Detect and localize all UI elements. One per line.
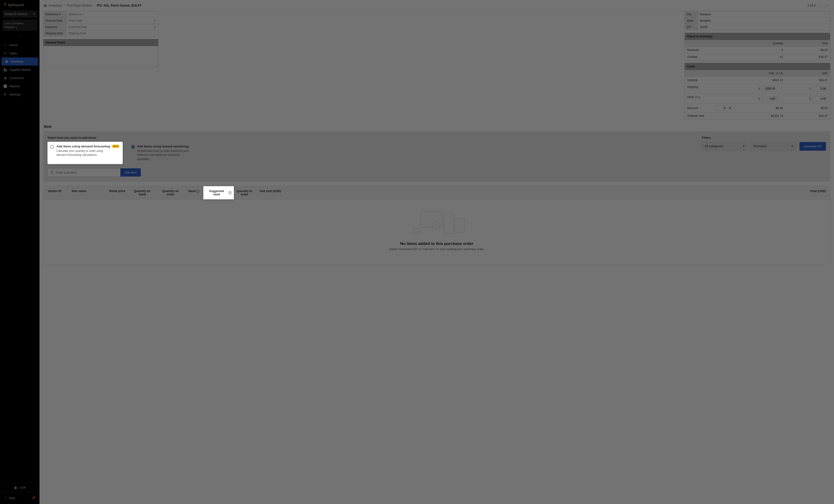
breadcrumb-purchase-orders[interactable]: Purchase Orders	[67, 3, 92, 7]
ordered-label: Ordered	[685, 53, 733, 60]
checkin-summary: Check In Summary QuantityTotal Received0…	[684, 33, 830, 60]
user-icon: ◉	[3, 76, 7, 80]
address-table: CityBangkok StateBangkok ZIP10260	[684, 11, 830, 30]
nav-home[interactable]: ⌂Home	[0, 41, 40, 49]
calendar-icon[interactable]: 🗓	[153, 25, 156, 29]
col-total: Total (USD)	[286, 186, 830, 199]
add-item-button[interactable]: Add item	[120, 168, 141, 177]
city-value: Bangkok	[698, 11, 830, 17]
retail-selector[interactable]: Retail (R-Series) ▾	[2, 10, 37, 18]
product-search-input[interactable]	[56, 171, 118, 174]
expected-date-input[interactable]	[68, 25, 156, 29]
store-register-block[interactable]: Lee's Dumpling Register 1	[2, 20, 37, 31]
main-content: ▣ Inventory › Purchase Orders › PO: #21,…	[40, 0, 834, 504]
reference-input[interactable]	[68, 13, 156, 16]
nav-settings[interactable]: ⚙Settings	[0, 90, 40, 98]
ordered-total-thb: ฿1501.74	[733, 113, 785, 119]
dollar-symbol: $	[807, 87, 811, 90]
shipping-thb-input[interactable]	[762, 86, 777, 91]
forecast-desc: Calculate your quantity to order using d…	[57, 149, 108, 157]
discount-usd: $0.00	[785, 105, 830, 111]
pager-text: 1 of 2	[808, 3, 816, 7]
discount-label: Discount	[687, 107, 698, 110]
baht-symbol: ฿	[756, 87, 760, 90]
shipping-note-input[interactable]	[68, 32, 156, 35]
costs-header: Costs	[685, 63, 830, 70]
nav-sales[interactable]: 🏷Sales	[0, 49, 40, 57]
qty-header: Quantity	[733, 40, 785, 47]
pager-prev[interactable]: ‹	[817, 3, 823, 8]
breadcrumb-separator: ›	[94, 3, 95, 7]
radio-manual-reordering[interactable]: Add items using manual reordering Decide…	[128, 142, 192, 164]
select-method-label: Select how you want to add items	[47, 136, 192, 139]
discount-value-input[interactable]	[716, 106, 727, 111]
baht-symbol: ฿	[756, 97, 760, 101]
pager-next[interactable]: ›	[825, 3, 830, 8]
plus-icon: +	[432, 222, 440, 230]
city-label: City	[685, 11, 698, 17]
manual-desc: Decide how much to order based on your m…	[137, 149, 189, 161]
state-value: Bangkok	[698, 18, 830, 24]
breadcrumb-inventory[interactable]: Inventory	[49, 3, 62, 7]
forecast-title: Add items using demand forecasting	[57, 145, 110, 148]
breadcrumb: ▣ Inventory › Purchase Orders › PO: #21,…	[40, 0, 834, 11]
add-items-panel: Select how you want to add items Add ite…	[43, 131, 830, 182]
radio-icon	[50, 145, 54, 149]
lock-button[interactable]: 🔒Lock	[2, 483, 37, 492]
storefront-icon: 🏪	[3, 68, 7, 71]
help-button[interactable]: ?Help	[1, 494, 29, 503]
zip-label: ZIP	[685, 24, 698, 30]
col-retail-price: Retail price	[107, 186, 128, 199]
sidebar-expand-toggle[interactable]: ⌄	[0, 32, 40, 38]
caret-down-icon: ▾	[743, 144, 745, 148]
chart-icon: 📈	[3, 84, 7, 88]
po-fields-table: Reference # Ordered Date 🗓 Expected 🗓	[43, 11, 158, 37]
costs-summary: Costs THB (0.33)USD Subtotal฿501.74$16.4…	[684, 63, 830, 119]
pin-button[interactable]: 📌	[29, 494, 38, 503]
new-badge: NEW	[111, 145, 119, 148]
nav-customers[interactable]: ◉Customers	[0, 74, 40, 82]
breadcrumb-separator: ›	[64, 3, 65, 7]
subtotal-thb: ฿501.74	[733, 77, 785, 84]
shipping-note-label: Shipping Note	[43, 30, 67, 37]
help-icon[interactable]: ?	[196, 190, 200, 193]
reference-label: Reference #	[43, 11, 67, 17]
received-label: Received	[685, 47, 733, 53]
radio-demand-forecasting[interactable]: Add items using demand forecastingNEW Ca…	[47, 142, 123, 164]
checkin-header: Check In Summary	[685, 33, 830, 40]
col-item-name: Item name	[69, 186, 107, 199]
nav-supplier-market[interactable]: 🏪Supplier Market	[0, 66, 40, 74]
other-thb-input[interactable]	[762, 96, 777, 101]
other-usd-input[interactable]	[812, 96, 828, 101]
empty-subtitle: Select "Generate PO" or "Add item" to st…	[48, 247, 825, 251]
generate-po-button[interactable]: Generate PO	[799, 142, 826, 151]
category-dropdown[interactable]: All categories▾	[702, 142, 748, 150]
pin-icon: 📌	[32, 496, 36, 500]
product-search[interactable]: 🔍	[47, 168, 120, 177]
help-icon[interactable]: ?	[228, 191, 232, 194]
lock-icon: 🔒	[14, 486, 17, 489]
brand-dropdown[interactable]: All brands▾	[750, 142, 796, 150]
filters-label: Filters	[702, 136, 796, 139]
shipping-usd-input[interactable]	[812, 86, 828, 91]
manual-title: Add items using manual reordering	[137, 145, 189, 148]
empty-state: + No items added to this purchase order …	[43, 200, 830, 265]
calendar-icon[interactable]: 🗓	[153, 19, 156, 22]
col-unit-cost: Unit cost (USD)	[255, 186, 286, 199]
arrow-icon: →	[778, 95, 783, 102]
nav-inventory[interactable]: ▣Inventory	[1, 57, 38, 66]
arrow-icon: →	[778, 85, 783, 92]
general-notes-textarea[interactable]	[43, 46, 158, 67]
register-name: Register 1	[5, 25, 35, 29]
flame-icon	[3, 2, 7, 7]
ordered-date-input[interactable]	[68, 19, 156, 22]
nav-reports[interactable]: 📈Reports	[0, 82, 40, 90]
caret-down-icon: ▾	[33, 12, 35, 16]
empty-title: No items added to this purchase order	[48, 241, 825, 246]
thb-label: THB	[768, 72, 774, 75]
brand-logo: lightspeed	[0, 0, 40, 9]
tag-icon: 🏷	[3, 51, 7, 55]
main-nav: ⌂Home 🏷Sales ▣Inventory 🏪Supplier Market…	[0, 41, 40, 98]
zip-value: 10260	[698, 24, 830, 30]
col-need: Need ?	[184, 186, 203, 199]
